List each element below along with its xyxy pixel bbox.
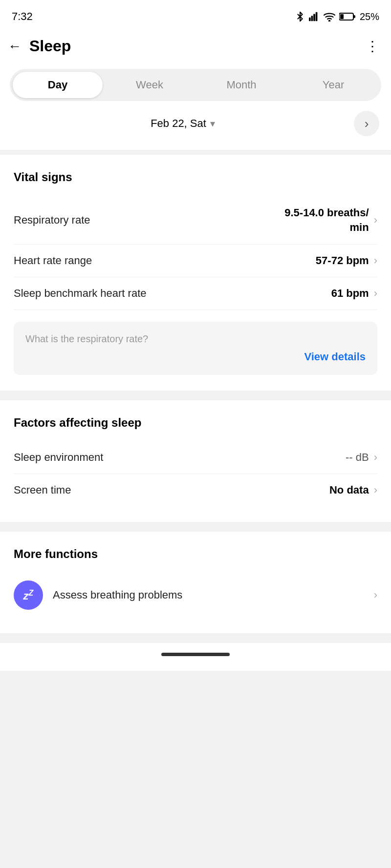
svg-rect-0 [309, 18, 311, 21]
respiratory-rate-value: 9.5-14.0 breaths/min [284, 206, 369, 234]
home-indicator [161, 653, 230, 656]
respiratory-rate-row[interactable]: Respiratory rate 9.5-14.0 breaths/min › [14, 196, 377, 245]
header-left: ← Sleep [8, 37, 71, 55]
screen-time-value: No data [329, 484, 369, 496]
breathing-icon: zZ [14, 580, 43, 610]
tab-day[interactable]: Day [13, 72, 103, 98]
sleep-environment-row[interactable]: Sleep environment -- dB › [14, 441, 377, 474]
sleep-environment-value-wrapper: -- dB › [346, 451, 377, 464]
factors-card: Factors affecting sleep Sleep environmen… [0, 400, 391, 522]
svg-rect-7 [340, 14, 344, 19]
date-display[interactable]: Feb 22, Sat ▾ [151, 117, 215, 130]
breathing-icon-text: zZ [23, 589, 34, 601]
svg-point-4 [329, 21, 330, 21]
heart-rate-range-value: 57-72 bpm [316, 254, 369, 267]
tab-week[interactable]: Week [105, 72, 195, 98]
status-icons: 25% [295, 11, 379, 22]
heart-rate-range-value-wrapper: 57-72 bpm › [316, 254, 377, 267]
battery-percent: 25% [360, 11, 379, 22]
screen-time-value-wrapper: No data › [329, 484, 377, 496]
vital-signs-title: Vital signs [14, 170, 377, 184]
tab-year[interactable]: Year [288, 72, 378, 98]
svg-rect-3 [316, 12, 318, 21]
sleep-benchmark-label: Sleep benchmark heart rate [14, 287, 147, 300]
svg-rect-6 [353, 15, 355, 18]
status-time: 7:32 [12, 10, 33, 23]
assess-breathing-chevron: › [374, 589, 377, 601]
heart-rate-range-chevron: › [374, 254, 377, 267]
sleep-benchmark-value: 61 bpm [331, 287, 369, 300]
current-date: Feb 22, Sat [151, 117, 206, 130]
date-next-button[interactable]: › [354, 111, 379, 136]
assess-breathing-left: zZ Assess breathing problems [14, 580, 182, 610]
status-bar: 7:32 25% [0, 0, 391, 29]
screen-time-row[interactable]: Screen time No data › [14, 474, 377, 506]
respiratory-rate-value-wrapper: 9.5-14.0 breaths/min › [284, 206, 377, 234]
tab-bar: Day Week Month Year [0, 63, 391, 111]
respiratory-rate-chevron: › [374, 214, 377, 227]
bottom-bar [0, 643, 391, 671]
header: ← Sleep ⋮ [0, 29, 391, 63]
svg-rect-2 [313, 14, 315, 21]
sleep-benchmark-chevron: › [374, 287, 377, 300]
sleep-benchmark-value-wrapper: 61 bpm › [331, 287, 377, 300]
wifi-icon [324, 12, 335, 21]
sleep-environment-label: Sleep environment [14, 451, 103, 464]
page-title: Sleep [29, 37, 71, 55]
signal-icon [309, 12, 320, 21]
date-dropdown-icon: ▾ [210, 118, 215, 129]
tab-container: Day Week Month Year [10, 69, 381, 101]
more-menu-button[interactable]: ⋮ [366, 38, 379, 54]
respiratory-info-box: What is the respiratory rate? View detai… [14, 322, 377, 375]
respiratory-question: What is the respiratory rate? [25, 333, 366, 345]
bluetooth-icon [295, 11, 305, 22]
vital-signs-card: Vital signs Respiratory rate 9.5-14.0 br… [0, 155, 391, 391]
view-details-button[interactable]: View details [25, 351, 366, 363]
more-functions-card: More functions zZ Assess breathing probl… [0, 532, 391, 633]
heart-rate-range-label: Heart rate range [14, 254, 92, 267]
svg-rect-1 [311, 16, 313, 21]
respiratory-rate-label: Respiratory rate [14, 214, 90, 227]
screen-time-chevron: › [374, 484, 377, 496]
assess-breathing-label: Assess breathing problems [53, 589, 182, 601]
more-functions-title: More functions [14, 547, 377, 561]
assess-breathing-row[interactable]: zZ Assess breathing problems › [14, 573, 377, 618]
heart-rate-range-row[interactable]: Heart rate range 57-72 bpm › [14, 245, 377, 277]
sleep-environment-value: -- dB [346, 451, 369, 464]
back-button[interactable]: ← [8, 39, 22, 54]
battery-icon [339, 12, 356, 21]
tab-month[interactable]: Month [196, 72, 286, 98]
sleep-benchmark-row[interactable]: Sleep benchmark heart rate 61 bpm › [14, 277, 377, 310]
screen-time-label: Screen time [14, 484, 71, 496]
sleep-environment-chevron: › [374, 451, 377, 464]
factors-title: Factors affecting sleep [14, 416, 377, 430]
date-navigation: Feb 22, Sat ▾ › [0, 111, 391, 150]
